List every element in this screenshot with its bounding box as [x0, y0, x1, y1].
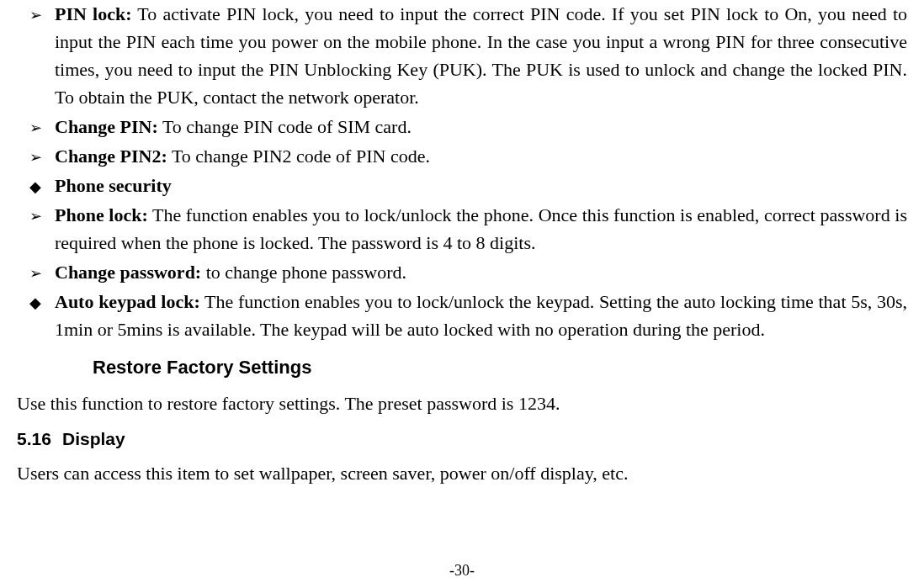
bullet-term: PIN lock: — [55, 3, 132, 24]
heading-display: 5.16Display — [17, 426, 907, 453]
arrow-bullet-icon — [17, 201, 55, 257]
bullet-change-password: Change password: to change phone passwor… — [17, 258, 907, 286]
diamond-bullet-icon — [17, 288, 55, 343]
section-number: 5.16 — [17, 426, 62, 453]
bullet-body: To change PIN code of SIM card. — [158, 116, 412, 137]
bullet-body: To activate PIN lock, you need to input … — [55, 3, 907, 108]
diamond-bullet-icon — [17, 172, 55, 199]
paragraph-restore: Use this function to restore factory set… — [17, 389, 907, 417]
section-title: Display — [62, 429, 125, 448]
arrow-bullet-icon — [17, 0, 55, 111]
paragraph-display: Users can access this item to set wallpa… — [17, 459, 907, 487]
bullet-auto-keypad-lock: Auto keypad lock: The function enables y… — [17, 288, 907, 343]
bullet-change-pin: Change PIN: To change PIN code of SIM ca… — [17, 113, 907, 140]
page-number: -30- — [0, 562, 924, 580]
arrow-bullet-icon — [17, 258, 55, 286]
bullet-term: Change PIN: — [55, 116, 158, 137]
arrow-bullet-icon — [17, 142, 55, 170]
bullet-body: To change PIN2 code of PIN code. — [167, 146, 430, 167]
bullet-term: Auto keypad lock: — [55, 291, 200, 312]
bullet-phone-security: Phone security — [17, 172, 907, 199]
bullet-body: The function enables you to lock/unlock … — [55, 204, 907, 253]
bullet-term: Change password: — [55, 262, 201, 283]
bullet-term: Change PIN2: — [55, 146, 167, 167]
bullet-pin-lock: PIN lock: To activate PIN lock, you need… — [17, 0, 907, 111]
bullet-term: Phone lock: — [55, 204, 148, 225]
page-content: PIN lock: To activate PIN lock, you need… — [17, 0, 907, 487]
bullet-change-pin2: Change PIN2: To change PIN2 code of PIN … — [17, 142, 907, 170]
arrow-bullet-icon — [17, 113, 55, 140]
bullet-body: to change phone password. — [201, 262, 406, 283]
heading-restore-factory: Restore Factory Settings — [93, 353, 907, 381]
bullet-term: Phone security — [55, 175, 172, 196]
bullet-phone-lock: Phone lock: The function enables you to … — [17, 201, 907, 257]
